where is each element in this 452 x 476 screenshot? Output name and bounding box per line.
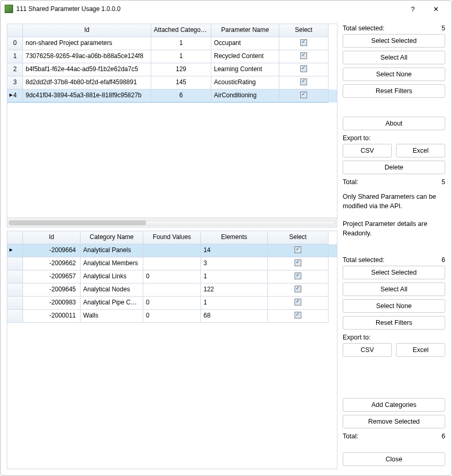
table-row[interactable]: -2009657Analytical Links01 bbox=[7, 270, 337, 284]
total-value: 5 bbox=[442, 178, 445, 186]
select-all-button[interactable]: Select All bbox=[343, 51, 445, 64]
remove-selected-button[interactable]: Remove Selected bbox=[343, 415, 445, 428]
col-category-name[interactable]: Category Name bbox=[81, 231, 143, 244]
select-all-button-2[interactable]: Select All bbox=[343, 282, 445, 296]
reset-filters-button-2[interactable]: Reset Filters bbox=[343, 316, 445, 330]
cell-found-values bbox=[143, 284, 201, 297]
cell-category-name: Analytical Members bbox=[81, 257, 143, 270]
reset-filters-button[interactable]: Reset Filters bbox=[343, 84, 445, 98]
col-parameter-name[interactable]: Parameter Name bbox=[211, 24, 279, 37]
cell-parameter-name: Recycled Content bbox=[211, 50, 279, 63]
col-select[interactable]: Select bbox=[268, 231, 329, 244]
table-row[interactable]: -2009664Analytical Panels14 bbox=[7, 244, 337, 257]
row-header: 2 bbox=[7, 63, 23, 76]
checkbox-icon[interactable] bbox=[295, 286, 301, 292]
col-select[interactable]: Select bbox=[279, 24, 329, 37]
select-none-button[interactable]: Select None bbox=[343, 67, 445, 81]
app-icon bbox=[5, 5, 13, 13]
checkbox-icon[interactable] bbox=[295, 312, 301, 319]
cell-category-name: Analytical Nodes bbox=[81, 284, 143, 297]
col-found-values[interactable]: Found Values bbox=[143, 231, 201, 244]
table-row[interactable]: 38d2dd2df-37b8-4b80-bf2d-efaff4598891145… bbox=[7, 76, 337, 89]
col-id[interactable]: Id bbox=[23, 231, 81, 244]
col-attached-categories[interactable]: Attached Categories bbox=[151, 24, 211, 37]
table-row[interactable]: 49dc41f04-3894-45a3-881e-818f9c95827b6Ai… bbox=[7, 89, 337, 103]
grid-corner bbox=[7, 24, 23, 37]
select-selected-button-2[interactable]: Select Selected bbox=[343, 266, 445, 279]
checkbox-icon[interactable] bbox=[295, 246, 301, 253]
cell-select[interactable] bbox=[268, 257, 329, 270]
row-header bbox=[7, 310, 23, 323]
about-button[interactable]: About bbox=[343, 117, 445, 130]
col-id[interactable]: Id bbox=[23, 24, 151, 37]
cell-parameter-name: AirConditioning bbox=[211, 89, 279, 103]
select-selected-button[interactable]: Select Selected bbox=[343, 34, 445, 48]
cell-category-name: Analytical Links bbox=[81, 270, 143, 284]
export-csv-button-2[interactable]: CSV bbox=[343, 343, 392, 357]
cell-select[interactable] bbox=[268, 310, 329, 323]
help-button[interactable]: ? bbox=[401, 1, 424, 17]
cell-elements: 1 bbox=[201, 270, 268, 284]
row-header bbox=[7, 244, 23, 257]
checkbox-icon[interactable] bbox=[300, 52, 307, 59]
cell-select[interactable] bbox=[279, 50, 329, 63]
cell-id: 9dc41f04-3894-45a3-881e-818f9c95827b bbox=[23, 89, 151, 103]
cell-id: -2009645 bbox=[23, 284, 81, 297]
col-elements[interactable]: Elements bbox=[201, 231, 268, 244]
cell-found-values bbox=[143, 244, 201, 257]
checkbox-icon[interactable] bbox=[295, 299, 301, 305]
checkbox-icon[interactable] bbox=[300, 92, 307, 98]
table-row[interactable]: -2000011Walls068 bbox=[7, 310, 337, 323]
table-row[interactable]: 173076258-9265-49ac-a06b-b88a5ce124f81Re… bbox=[7, 50, 337, 63]
note-api: Only Shared Parameters can be modified v… bbox=[343, 192, 445, 211]
note-readonly: Project Parameter details are Readonly. bbox=[343, 219, 445, 238]
checkbox-icon[interactable] bbox=[300, 78, 307, 85]
total-selected-label-2: Total selected: 6 bbox=[343, 256, 445, 264]
cell-select[interactable] bbox=[279, 89, 329, 103]
total-label: Total: 5 bbox=[343, 178, 445, 186]
cell-select[interactable] bbox=[268, 244, 329, 257]
table-row[interactable]: 0non-shared Project parameters1Occupant bbox=[7, 37, 337, 50]
delete-button[interactable]: Delete bbox=[343, 161, 445, 174]
total-value-2: 6 bbox=[442, 433, 445, 440]
checkbox-icon[interactable] bbox=[295, 273, 301, 279]
row-header bbox=[7, 257, 23, 270]
select-none-button-2[interactable]: Select None bbox=[343, 299, 445, 313]
checkbox-icon[interactable] bbox=[295, 259, 301, 266]
cell-select[interactable] bbox=[268, 270, 329, 284]
grid-corner bbox=[7, 231, 23, 244]
cell-attached-categories: 6 bbox=[151, 89, 211, 103]
table-row[interactable]: -2000983Analytical Pipe Conne...01 bbox=[7, 297, 337, 310]
table-row[interactable]: -2009662Analytical Members3 bbox=[7, 257, 337, 270]
row-header: 0 bbox=[7, 37, 23, 50]
cell-select[interactable] bbox=[279, 76, 329, 89]
add-categories-button[interactable]: Add Categories bbox=[343, 398, 445, 412]
table-row[interactable]: 2b4f5baf1-f62e-44ac-ad59-f1b2e62da7c5129… bbox=[7, 63, 337, 76]
table-row[interactable]: -2009645Analytical Nodes122 bbox=[7, 284, 337, 297]
row-header bbox=[7, 284, 23, 297]
cell-category-name: Walls bbox=[81, 310, 143, 323]
close-button[interactable]: Close bbox=[343, 452, 445, 466]
cell-select[interactable] bbox=[279, 37, 329, 50]
total-label-2: Total: 6 bbox=[343, 433, 445, 440]
cell-parameter-name: Occupant bbox=[211, 37, 279, 50]
export-csv-button[interactable]: CSV bbox=[343, 144, 392, 157]
row-header: 4 bbox=[7, 89, 23, 103]
close-window-button[interactable]: ✕ bbox=[424, 1, 447, 17]
cell-attached-categories: 1 bbox=[151, 37, 211, 50]
cell-select[interactable] bbox=[268, 297, 329, 310]
cell-select[interactable] bbox=[268, 284, 329, 297]
checkbox-icon[interactable] bbox=[300, 39, 307, 46]
export-excel-button[interactable]: Excel bbox=[396, 144, 445, 157]
h-scrollbar[interactable] bbox=[7, 218, 337, 227]
export-excel-button-2[interactable]: Excel bbox=[396, 343, 445, 357]
categories-grid[interactable]: Id Category Name Found Values Elements S… bbox=[7, 231, 337, 469]
cell-elements: 3 bbox=[201, 257, 268, 270]
cell-attached-categories: 145 bbox=[151, 76, 211, 89]
cell-id: -2000983 bbox=[23, 297, 81, 310]
parameters-grid[interactable]: Id Attached Categories Parameter Name Se… bbox=[7, 24, 337, 228]
cell-attached-categories: 129 bbox=[151, 63, 211, 76]
checkbox-icon[interactable] bbox=[300, 65, 307, 72]
cell-select[interactable] bbox=[279, 63, 329, 76]
row-header: 1 bbox=[7, 50, 23, 63]
